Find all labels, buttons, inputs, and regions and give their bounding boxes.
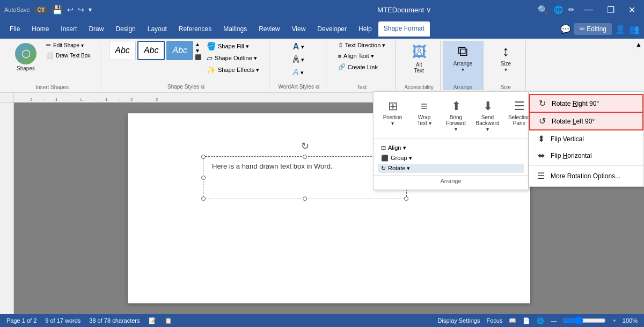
close-button[interactable]: ✕: [624, 3, 640, 17]
comment-icon[interactable]: 💬: [560, 24, 571, 34]
title-bar-left: AutoSave Off 💾 ↩ ↪ ▾: [4, 5, 271, 15]
min-button[interactable]: —: [580, 3, 597, 17]
text-outline-btn[interactable]: A ▾: [290, 54, 308, 66]
menu-layout[interactable]: Layout: [142, 22, 172, 36]
abc-style-3[interactable]: Abc: [166, 41, 193, 60]
doc-dropdown-icon[interactable]: ∨: [426, 6, 431, 14]
rotate-btn[interactable]: ↻ Rotate ▾: [378, 164, 524, 173]
shapes-button[interactable]: ⬡ Shapes: [11, 41, 41, 74]
handle-top-center[interactable]: [303, 155, 307, 159]
proofing-icon[interactable]: 📝: [149, 317, 156, 324]
align-btn[interactable]: ⊟ Align ▾: [378, 143, 524, 152]
flip-vertical-item[interactable]: ⬍ Flip Vertical: [529, 130, 643, 147]
ribbon: ⬡ Shapes ✏ Edit Shape ▾ ⬜ Draw Text Box: [0, 39, 644, 93]
zoom-slider[interactable]: [563, 316, 606, 325]
text-outline-label: ▾: [301, 56, 304, 63]
send-backward-btn[interactable]: ⬇ Send Backward ▾: [473, 97, 502, 134]
more-icon[interactable]: 👥: [629, 24, 640, 34]
web-layout-icon[interactable]: 🌐: [537, 317, 544, 324]
focus-btn[interactable]: Focus: [486, 317, 502, 324]
menu-draw[interactable]: Draw: [83, 22, 109, 36]
shape-styles-items: Abc Abc Abc ▲ ▼ ⬛ 🪣 Shape Fill ▾: [109, 41, 262, 82]
shape-outline-btn[interactable]: ▱ Shape Outline ▾: [203, 53, 262, 63]
handle-mid-left[interactable]: [201, 176, 206, 180]
arrange-button[interactable]: ⧉ Arrange▾: [449, 41, 477, 75]
bring-forward-btn[interactable]: ⬆ Bring Forward ▾: [441, 97, 471, 134]
search-icon[interactable]: 🔍: [538, 5, 548, 15]
menu-view[interactable]: View: [287, 22, 311, 36]
shape-styles-expand-icon[interactable]: ⧉: [201, 84, 204, 90]
create-link-btn[interactable]: 🔗 Create Link: [335, 62, 389, 71]
autosave-toggle[interactable]: Off: [34, 6, 48, 14]
menu-developer[interactable]: Developer: [312, 22, 352, 36]
wrap-text-btn[interactable]: ≡ Wrap Text ▾: [409, 97, 439, 134]
gallery-up-icon[interactable]: ▲: [195, 41, 201, 47]
handle-bot-center[interactable]: [303, 197, 307, 201]
menu-shape-format[interactable]: Shape Format: [378, 21, 430, 37]
shape-effects-btn[interactable]: ✨ Shape Effects ▾: [203, 64, 262, 75]
insert-shapes-items: ⬡ Shapes ✏ Edit Shape ▾ ⬜ Draw Text Box: [11, 41, 93, 83]
handle-bot-right[interactable]: [404, 197, 408, 201]
textbox-content: Here is a hand drawn text box in Word.: [212, 162, 333, 170]
redo-icon[interactable]: ↪: [78, 5, 84, 14]
gallery-more-icon[interactable]: ⬛: [195, 54, 201, 60]
menu-file[interactable]: File: [4, 22, 25, 36]
text-fill-btn[interactable]: A ▾: [290, 41, 308, 53]
wordart-expand-icon[interactable]: ⧉: [316, 84, 319, 90]
position-btn[interactable]: ⊞ Position ▾: [378, 97, 407, 134]
more-rotation-icon: ☰: [536, 171, 546, 181]
editing-button[interactable]: ✏ Editing: [574, 23, 612, 35]
track-changes-icon[interactable]: 📋: [165, 317, 172, 324]
text-effects-icon: A: [293, 68, 299, 77]
arrange-right-buttons: ⊟ Align ▾ ⬛ Group ▾ ↻ Rotate ▾: [374, 141, 528, 175]
share-profile-icon[interactable]: 👤: [615, 24, 626, 34]
undo-icon[interactable]: ↩: [67, 5, 74, 14]
zoom-out-icon[interactable]: —: [551, 317, 557, 324]
gallery-down-icon[interactable]: ▼: [195, 48, 201, 54]
menu-home[interactable]: Home: [26, 22, 54, 36]
alt-text-btn[interactable]: 🖼 AltText: [406, 41, 433, 76]
edit-shape-btn[interactable]: ✏ Edit Shape ▾: [43, 41, 93, 50]
menu-insert[interactable]: Insert: [55, 22, 82, 36]
handle-bot-left[interactable]: [201, 197, 206, 201]
wordart-items: A ▾ A ▾ A ▾: [290, 41, 308, 82]
size-button[interactable]: ↕ Size▾: [492, 41, 519, 75]
menu-references[interactable]: References: [173, 22, 217, 36]
zoom-in-icon[interactable]: +: [612, 317, 616, 324]
zoom-level[interactable]: 100%: [623, 317, 638, 324]
arrange-section-label: Arrange: [374, 175, 528, 186]
autosave-label: AutoSave: [4, 6, 30, 13]
text-tools: ⇕ Text Direction ▾ ≡ Align Text ▾ 🔗 Crea…: [335, 41, 389, 71]
customize-icon[interactable]: ▾: [89, 6, 92, 13]
align-text-btn[interactable]: ≡ Align Text ▾: [335, 52, 389, 61]
menu-help[interactable]: Help: [353, 22, 377, 36]
ribbon-icon[interactable]: 🌐: [554, 5, 563, 14]
rotate-menu-divider: [529, 165, 643, 166]
more-rotation-item[interactable]: ☰ More Rotation Options...: [529, 168, 643, 184]
share-icon[interactable]: ✏: [568, 5, 575, 14]
menu-design[interactable]: Design: [110, 22, 141, 36]
display-settings-btn[interactable]: Display Settings: [438, 317, 480, 324]
rotate-left-90-item[interactable]: ↺ Rotate Left 90°: [529, 113, 643, 130]
handle-top-left[interactable]: [201, 155, 206, 159]
save-icon[interactable]: 💾: [52, 5, 63, 15]
rotate-dropdown: ↻ Rotate Right 90° ↺ Rotate Left 90° ⬍ F…: [529, 91, 644, 187]
rotate-handle[interactable]: ↻: [301, 140, 309, 152]
menu-mailings[interactable]: Mailings: [218, 22, 252, 36]
group-btn[interactable]: ⬛ Group ▾: [378, 154, 524, 163]
text-items: ⇕ Text Direction ▾ ≡ Align Text ▾ 🔗 Crea…: [335, 41, 389, 83]
print-layout-icon[interactable]: 📄: [523, 317, 530, 324]
wrap-text-label: Wrap Text ▾: [414, 114, 435, 126]
shape-fill-btn[interactable]: 🪣 Shape Fill ▾: [203, 41, 262, 52]
restore-button[interactable]: ❐: [603, 3, 619, 17]
read-mode-icon[interactable]: 📖: [509, 317, 516, 324]
abc-style-1[interactable]: Abc: [109, 41, 136, 60]
rotate-right-90-item[interactable]: ↻ Rotate Right 90°: [529, 94, 643, 113]
ribbon-collapse-btn[interactable]: ▲: [633, 39, 644, 50]
text-effects-btn[interactable]: A ▾: [290, 67, 308, 78]
draw-textbox-btn[interactable]: ⬜ Draw Text Box: [43, 51, 93, 60]
flip-horizontal-item[interactable]: ⬌ Flip Horizontal: [529, 147, 643, 164]
text-direction-btn[interactable]: ⇕ Text Direction ▾: [335, 41, 389, 50]
abc-style-2[interactable]: Abc: [137, 41, 165, 60]
menu-review[interactable]: Review: [253, 22, 285, 36]
